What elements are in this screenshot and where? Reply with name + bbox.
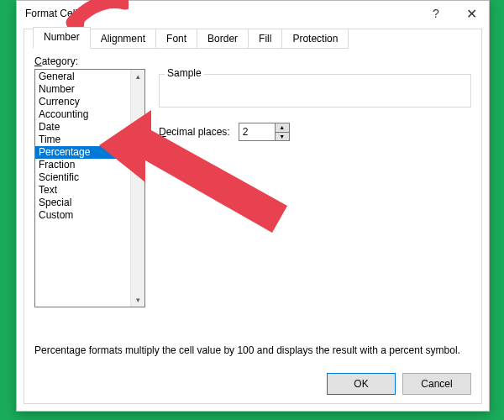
titlebar[interactable]: Format Cells ? ✕ <box>17 1 489 26</box>
sample-label: Sample <box>165 67 204 79</box>
help-button[interactable]: ? <box>418 1 454 26</box>
category-item[interactable]: Text <box>35 184 144 197</box>
category-item[interactable]: Scientific <box>35 171 144 184</box>
spinner-up-icon[interactable]: ▲ <box>276 123 289 133</box>
category-item[interactable]: Currency <box>35 96 144 108</box>
format-cells-dialog: Format Cells ? ✕ NumberAlignmentFontBord… <box>16 0 490 412</box>
tab-panel-number: Category: GeneralNumberCurrencyAccountin… <box>24 47 481 403</box>
scroll-down-icon[interactable]: ▾ <box>131 293 144 307</box>
decimal-places-label: Decimal places: <box>159 126 230 138</box>
cancel-button[interactable]: Cancel <box>402 373 471 395</box>
tab-font[interactable]: Font <box>155 29 197 49</box>
tab-border[interactable]: Border <box>197 29 249 49</box>
category-item[interactable]: Number <box>35 83 144 96</box>
close-button[interactable]: ✕ <box>454 1 489 26</box>
dialog-title: Format Cells <box>25 8 82 19</box>
tab-number[interactable]: Number <box>33 27 91 49</box>
category-item[interactable]: Date <box>35 121 144 134</box>
format-description: Percentage formats multiply the cell val… <box>34 344 471 356</box>
decimal-places-spinner[interactable]: ▲ ▼ <box>239 123 290 141</box>
category-item[interactable]: Percentage <box>35 146 144 159</box>
sample-group: Sample <box>159 74 471 108</box>
category-listbox[interactable]: GeneralNumberCurrencyAccountingDateTimeP… <box>34 69 145 307</box>
tab-protection[interactable]: Protection <box>281 29 349 49</box>
category-item[interactable]: Time <box>35 134 144 146</box>
scroll-up-icon[interactable]: ▴ <box>131 70 144 83</box>
tab-fill[interactable]: Fill <box>248 29 282 49</box>
scrollbar[interactable]: ▴ ▾ <box>130 70 144 307</box>
category-item[interactable]: Accounting <box>35 108 144 121</box>
tabstrip: NumberAlignmentFontBorderFillProtection <box>33 29 348 47</box>
decimal-places-input[interactable] <box>239 123 275 140</box>
tab-alignment[interactable]: Alignment <box>90 29 156 49</box>
category-item[interactable]: Fraction <box>35 159 144 171</box>
ok-button[interactable]: OK <box>327 373 396 395</box>
category-item[interactable]: Custom <box>35 209 144 222</box>
category-item[interactable]: Special <box>35 197 144 209</box>
category-label: Category: <box>34 55 471 67</box>
spinner-down-icon[interactable]: ▼ <box>276 133 289 141</box>
category-item[interactable]: General <box>35 71 144 83</box>
dialog-content: NumberAlignmentFontBorderFillProtection … <box>24 29 482 404</box>
